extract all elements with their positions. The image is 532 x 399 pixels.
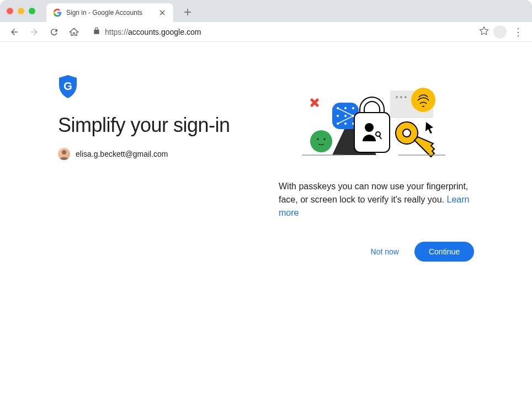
svg-point-5	[405, 96, 407, 98]
svg-point-17	[310, 130, 332, 152]
page-content: G Simplify your sign-in elisa.g.beckett@…	[0, 42, 532, 295]
google-shield-icon: G	[58, 75, 78, 98]
back-button[interactable]	[7, 24, 22, 40]
window-close-button[interactable]	[7, 8, 13, 14]
svg-point-6	[411, 88, 435, 112]
lock-icon	[93, 27, 100, 36]
browser-menu-button[interactable]: ⋮	[511, 26, 525, 38]
description-text: With passkeys you can now use your finge…	[279, 180, 474, 220]
button-row: Not now Continue	[279, 242, 474, 262]
right-column: With passkeys you can now use your finge…	[279, 75, 474, 262]
bookmark-star-icon[interactable]	[479, 26, 489, 38]
svg-point-12	[344, 115, 347, 117]
svg-point-1	[62, 150, 66, 155]
passkey-illustration	[291, 81, 462, 163]
svg-point-21	[365, 123, 374, 132]
svg-point-3	[396, 96, 398, 98]
window-maximize-button[interactable]	[29, 8, 35, 14]
tab-title: Sign in - Google Accounts	[66, 9, 153, 17]
browser-toolbar: https://accounts.google.com ⋮	[0, 22, 532, 42]
new-tab-button[interactable]	[180, 4, 195, 20]
browser-tab[interactable]: Sign in - Google Accounts	[46, 3, 173, 22]
svg-point-19	[324, 139, 326, 140]
svg-point-4	[400, 96, 402, 98]
tab-close-button[interactable]	[158, 8, 167, 17]
user-avatar-icon	[58, 148, 70, 160]
window-controls	[7, 8, 35, 14]
not-now-button[interactable]: Not now	[360, 242, 410, 262]
forward-button[interactable]	[26, 24, 42, 40]
browser-tab-strip: Sign in - Google Accounts	[0, 0, 532, 22]
svg-point-9	[344, 107, 347, 109]
svg-text:G: G	[63, 80, 72, 92]
svg-point-18	[317, 139, 319, 140]
url-text: https://accounts.google.com	[105, 28, 201, 36]
page-title: Simplify your sign-in	[58, 114, 257, 137]
continue-button[interactable]: Continue	[414, 242, 474, 262]
home-button[interactable]	[66, 24, 82, 40]
svg-point-10	[352, 107, 354, 109]
svg-point-15	[344, 123, 347, 125]
address-bar[interactable]: https://accounts.google.com	[86, 24, 475, 40]
description-body: With passkeys you can now use your finge…	[279, 182, 468, 204]
svg-rect-20	[354, 113, 390, 152]
profile-avatar-button[interactable]	[493, 25, 507, 39]
reload-button[interactable]	[46, 24, 62, 40]
left-column: G Simplify your sign-in elisa.g.beckett@…	[58, 75, 257, 262]
google-favicon-icon	[53, 8, 62, 17]
svg-point-11	[337, 115, 339, 117]
window-minimize-button[interactable]	[18, 8, 24, 14]
account-chip[interactable]: elisa.g.beckett@gmail.com	[58, 148, 257, 160]
account-email: elisa.g.beckett@gmail.com	[76, 150, 168, 158]
svg-point-24	[403, 129, 411, 137]
